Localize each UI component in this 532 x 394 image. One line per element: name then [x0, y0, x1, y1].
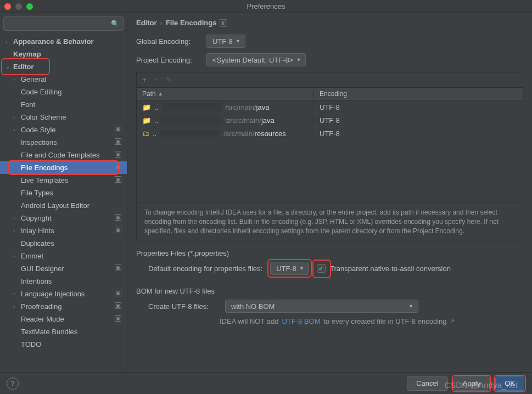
edit-button[interactable]: ✎: [166, 76, 172, 84]
bom-combo[interactable]: with NO BOM ▼: [225, 300, 418, 313]
chevron-icon: ›: [13, 76, 21, 82]
column-header-path[interactable]: Path ▲: [137, 90, 313, 98]
reset-icon[interactable]: ◧: [220, 19, 227, 27]
sort-asc-icon: ▲: [158, 91, 163, 97]
path-table-toolbar: + − ✎: [136, 72, 523, 87]
module-scope-icon: ▣: [115, 290, 121, 296]
properties-encoding-combo[interactable]: UTF-8 ▼: [270, 262, 309, 275]
sidebar-item-label: Code Editing: [21, 88, 61, 96]
module-scope-icon: ▣: [115, 138, 121, 145]
add-button[interactable]: +: [142, 76, 147, 84]
module-scope-icon: ▣: [115, 227, 121, 233]
settings-tree: ›Appearance & BehaviorKeymap⌄Editor›Gene…: [0, 33, 127, 372]
sidebar-item-general[interactable]: ›General: [0, 73, 127, 86]
sidebar-item-label: Inlay Hints: [21, 227, 54, 235]
chevron-icon: ›: [13, 253, 21, 259]
chevron-down-icon: ▼: [236, 38, 240, 44]
folder-icon: 📁: [142, 116, 151, 125]
sidebar-item-duplicates[interactable]: Duplicates: [0, 237, 127, 250]
bom-note-post: to every created file in UTF-8 encoding: [323, 317, 446, 325]
sidebar-item-label: File Types: [21, 189, 53, 197]
global-encoding-combo[interactable]: UTF-8 ▼: [206, 35, 245, 48]
sidebar-item-inlay-hints[interactable]: ›Inlay Hints▣: [0, 224, 127, 237]
external-link-icon[interactable]: ↗: [450, 318, 455, 325]
table-row[interactable]: 📁..iz/src/main/javaUTF-8: [137, 114, 523, 127]
sidebar-item-label: TextMate Bundles: [21, 328, 77, 336]
cell-encoding: UTF-8: [313, 103, 523, 111]
remove-button[interactable]: −: [154, 76, 159, 84]
sidebar-item-font[interactable]: Font: [0, 98, 127, 111]
sidebar-item-color-scheme[interactable]: ›Color Scheme: [0, 111, 127, 123]
sidebar-item-keymap[interactable]: Keymap: [0, 48, 127, 60]
bom-note-link[interactable]: UTF-8 BOM: [282, 317, 320, 325]
sidebar-item-textmate-bundles[interactable]: TextMate Bundles: [0, 325, 127, 338]
chevron-icon: ›: [5, 38, 13, 44]
close-icon[interactable]: [4, 3, 11, 10]
sidebar-item-label: General: [21, 75, 46, 83]
breadcrumb-leaf: File Encodings: [166, 19, 216, 27]
sidebar-item-android-layout-editor[interactable]: Android Layout Editor: [0, 199, 127, 212]
redacted-path: [161, 116, 222, 124]
search-input[interactable]: [3, 16, 124, 31]
sidebar-item-appearance-behavior[interactable]: ›Appearance & Behavior: [0, 35, 127, 48]
sidebar: 🔍 ›Appearance & BehaviorKeymap⌄Editor›Ge…: [0, 13, 127, 372]
resources-icon: 🗂: [142, 130, 149, 138]
window-controls: [4, 3, 33, 10]
sidebar-item-label: Reader Mode: [21, 315, 64, 323]
apply-button[interactable]: Apply: [453, 376, 490, 391]
maximize-icon[interactable]: [26, 3, 33, 10]
chevron-right-icon: ›: [160, 19, 163, 27]
chevron-icon: ›: [13, 303, 21, 309]
sidebar-item-todo[interactable]: TODO: [0, 338, 127, 351]
transparent-ascii-checkbox[interactable]: ✓: [317, 264, 326, 273]
sidebar-item-emmet[interactable]: ›Emmet: [0, 250, 127, 262]
sidebar-item-label: Language Injections: [21, 290, 85, 298]
sidebar-item-gui-designer[interactable]: GUI Designer▣: [0, 262, 127, 275]
chevron-icon: ›: [13, 127, 21, 133]
sidebar-item-label: Appearance & Behavior: [13, 37, 94, 46]
table-row[interactable]: 🗂../src/main/resourcesUTF-8: [137, 127, 523, 140]
chevron-icon: ›: [13, 215, 21, 221]
chevron-icon: ›: [13, 228, 21, 234]
cancel-button[interactable]: Cancel: [407, 376, 447, 391]
sidebar-item-file-encodings[interactable]: File Encodings▣: [0, 161, 127, 174]
sidebar-item-label: Code Style: [21, 126, 56, 134]
sidebar-item-file-code-templates[interactable]: File and Code Templates▣: [0, 149, 127, 161]
encoding-hint: To change encoding IntelliJ IDEA uses fo…: [136, 202, 523, 241]
path-table-body: 📁../src/main/javaUTF-8📁..iz/src/main/jav…: [136, 100, 523, 202]
sidebar-item-reader-mode[interactable]: Reader Mode▣: [0, 313, 127, 325]
sidebar-item-inspections[interactable]: Inspections▣: [0, 136, 127, 149]
sidebar-item-code-editing[interactable]: Code Editing: [0, 86, 127, 98]
project-encoding-combo[interactable]: <System Default: UTF-8> ▼: [206, 53, 306, 66]
sidebar-item-file-types[interactable]: File Types: [0, 187, 127, 199]
sidebar-item-label: Android Layout Editor: [21, 201, 89, 210]
cell-encoding: UTF-8: [313, 130, 523, 138]
sidebar-item-live-templates[interactable]: Live Templates▣: [0, 174, 127, 187]
sidebar-item-editor[interactable]: ⌄Editor: [0, 60, 127, 73]
sidebar-item-language-injections[interactable]: ›Language Injections▣: [0, 288, 127, 300]
sidebar-item-copyright[interactable]: ›Copyright▣: [0, 212, 127, 224]
sidebar-item-label: Copyright: [21, 214, 52, 222]
properties-default-label: Default encoding for properties files:: [148, 264, 262, 273]
module-scope-icon: ▣: [115, 176, 121, 183]
chevron-down-icon: ▼: [408, 303, 413, 309]
sidebar-item-label: Inspections: [21, 138, 57, 147]
sidebar-item-label: File and Code Templates: [21, 151, 100, 159]
minimize-icon[interactable]: [15, 3, 22, 10]
sidebar-item-proofreading[interactable]: ›Proofreading▣: [0, 300, 127, 313]
bom-create-label: Create UTF-8 files:: [148, 302, 217, 311]
sidebar-item-label: Proofreading: [21, 302, 61, 311]
help-button[interactable]: ?: [7, 378, 19, 390]
column-header-encoding[interactable]: Encoding: [313, 90, 523, 98]
cell-encoding: UTF-8: [313, 116, 523, 125]
sidebar-item-label: File Encodings: [21, 164, 68, 172]
sidebar-item-label: Live Templates: [21, 176, 68, 184]
chevron-icon: ›: [13, 114, 21, 120]
sidebar-item-code-style[interactable]: ›Code Style▣: [0, 123, 127, 136]
main-panel: Editor › File Encodings ◧ Global Encodin…: [127, 13, 532, 372]
breadcrumb-root[interactable]: Editor: [136, 19, 157, 27]
ok-button[interactable]: OK: [495, 376, 524, 391]
search-icon: 🔍: [111, 20, 119, 27]
sidebar-item-intentions[interactable]: Intentions: [0, 275, 127, 288]
table-row[interactable]: 📁../src/main/javaUTF-8: [137, 100, 523, 114]
